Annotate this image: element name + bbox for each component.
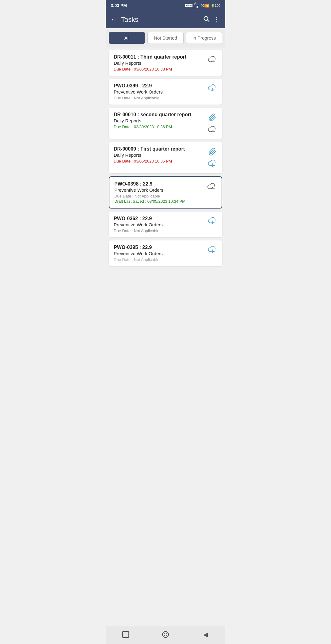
search-button[interactable]	[203, 15, 210, 24]
task-category: Preventive Work Orders	[114, 251, 204, 256]
task-card[interactable]: DR-00010 : second quarter report Daily R…	[109, 108, 222, 139]
task-info: PWO-0395 : 22.9 Preventive Work Orders D…	[114, 245, 204, 262]
task-info: PWO-0362 : 22.9 Preventive Work Orders D…	[114, 216, 204, 233]
cloud-download-icon	[207, 84, 217, 94]
cloud-check-icon	[207, 125, 217, 135]
task-card[interactable]: PWO-0362 : 22.9 Preventive Work Orders D…	[109, 212, 222, 237]
task-category: Preventive Work Orders	[114, 187, 204, 193]
task-icons	[207, 54, 217, 65]
svg-line-1	[207, 20, 209, 21]
task-info: DR-00009 : First quarter report Daily Re…	[114, 146, 204, 163]
task-category: Preventive Work Orders	[114, 89, 204, 94]
task-card[interactable]: DR-00009 : First quarter report Daily Re…	[109, 142, 222, 173]
task-icons	[207, 112, 217, 135]
task-id-title: PWO-0398 : 22.9	[114, 181, 204, 187]
cloud-download-icon	[207, 159, 217, 169]
task-category: Daily Reports	[114, 152, 204, 158]
task-list: DR-00011 : Third quarter report Daily Re…	[106, 48, 225, 269]
task-category: Preventive Work Orders	[114, 222, 204, 227]
cloud-check-icon	[207, 55, 217, 65]
cloud-download-icon	[207, 245, 217, 255]
task-icons	[207, 245, 217, 255]
task-info: DR-00010 : second quarter report Daily R…	[114, 112, 204, 129]
task-id-title: DR-00010 : second quarter report	[114, 112, 204, 117]
task-id-title: DR-00009 : First quarter report	[114, 146, 204, 152]
task-category: Daily Reports	[114, 60, 204, 66]
task-icons	[207, 83, 217, 94]
status-bar: 3:03 PM VPN VoLTE 4G📶 🔋100	[106, 0, 225, 11]
task-due: Due Date : Not Applicable	[114, 228, 204, 233]
task-due: Due Date : 03/30/2023 10:36 PM	[114, 125, 204, 129]
signal-icon: 4G📶	[200, 4, 209, 8]
filter-tabs: All Not Started In Progress	[106, 28, 225, 48]
status-time: 3:03 PM	[111, 3, 127, 8]
paperclip-icon	[207, 113, 217, 122]
task-due: Due Date : Not Applicable	[114, 96, 204, 100]
page-title: Tasks	[121, 16, 199, 24]
paperclip-icon	[207, 147, 217, 157]
back-button[interactable]: ←	[111, 16, 117, 24]
task-info: PWO-0399 : 22.9 Preventive Work Orders D…	[114, 83, 204, 100]
task-info: PWO-0398 : 22.9 Preventive Work Orders D…	[114, 181, 204, 204]
task-id-title: PWO-0395 : 22.9	[114, 245, 204, 250]
task-due: Due Date : 03/06/2023 10:38 PM	[114, 67, 204, 71]
app-bar: ← Tasks ⋮	[106, 11, 225, 28]
task-card[interactable]: PWO-0399 : 22.9 Preventive Work Orders D…	[109, 79, 222, 105]
battery-icon: 🔋100	[211, 4, 220, 8]
tab-not-started[interactable]: Not Started	[147, 32, 184, 44]
task-due: Due Date : Not Applicable	[114, 194, 204, 198]
task-icons	[207, 181, 217, 192]
cloud-check-icon	[207, 182, 217, 192]
task-card[interactable]: DR-00011 : Third quarter report Daily Re…	[109, 50, 222, 76]
task-id-title: PWO-0399 : 22.9	[114, 83, 204, 89]
task-info: DR-00011 : Third quarter report Daily Re…	[114, 54, 204, 71]
task-due: Due Date : 03/05/2023 10:35 PM	[114, 159, 204, 163]
task-id-title: DR-00011 : Third quarter report	[114, 54, 204, 60]
tab-in-progress[interactable]: In Progress	[186, 32, 222, 44]
task-icons	[207, 146, 217, 169]
vpn-icon: VPN	[185, 4, 193, 7]
cloud-download-icon	[207, 217, 217, 226]
menu-button[interactable]: ⋮	[213, 16, 220, 24]
task-draft: Draft Last Saved : 03/05/2023 10:34 PM	[114, 199, 204, 204]
task-icons	[207, 216, 217, 226]
tab-all[interactable]: All	[109, 32, 145, 44]
task-id-title: PWO-0362 : 22.9	[114, 216, 204, 221]
task-due: Due Date : Not Applicable	[114, 257, 204, 262]
task-category: Daily Reports	[114, 118, 204, 123]
task-card-highlighted[interactable]: PWO-0398 : 22.9 Preventive Work Orders D…	[109, 176, 222, 209]
lte-icon: VoLTE	[194, 2, 199, 9]
status-icons: VPN VoLTE 4G📶 🔋100	[185, 2, 220, 9]
task-card[interactable]: PWO-0395 : 22.9 Preventive Work Orders D…	[109, 240, 222, 266]
